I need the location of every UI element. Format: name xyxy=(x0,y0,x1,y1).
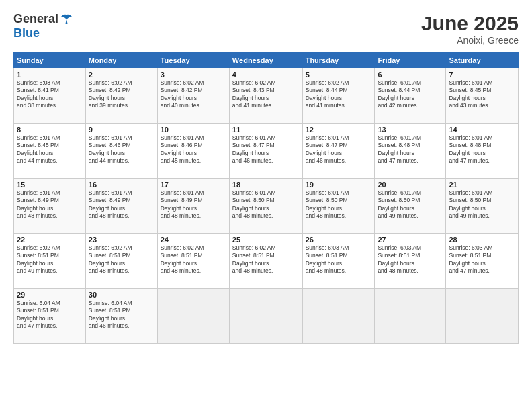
table-cell: 9 Sunrise: 6:01 AM Sunset: 8:46 PM Dayli… xyxy=(85,124,157,179)
table-cell: 22 Sunrise: 6:02 AM Sunset: 8:51 PM Dayl… xyxy=(14,234,86,289)
table-cell xyxy=(229,289,302,344)
header-friday: Friday xyxy=(375,53,446,68)
logo-general-text: General xyxy=(13,12,58,26)
table-cell: 27 Sunrise: 6:03 AM Sunset: 8:51 PM Dayl… xyxy=(375,234,446,289)
table-cell: 8 Sunrise: 6:01 AM Sunset: 8:45 PM Dayli… xyxy=(14,124,86,179)
day-number: 4 xyxy=(232,71,300,79)
day-info: Sunrise: 6:01 AM Sunset: 8:46 PM Dayligh… xyxy=(161,134,226,165)
calendar-location: Anoixi, Greece xyxy=(421,35,519,46)
header: General Blue June 2025 Anoixi, Greece xyxy=(13,12,519,46)
day-info: Sunrise: 6:03 AM Sunset: 8:51 PM Dayligh… xyxy=(449,244,515,275)
day-info: Sunrise: 6:03 AM Sunset: 8:51 PM Dayligh… xyxy=(378,244,443,275)
table-cell: 13 Sunrise: 6:01 AM Sunset: 8:48 PM Dayl… xyxy=(375,124,446,179)
day-info: Sunrise: 6:03 AM Sunset: 8:41 PM Dayligh… xyxy=(17,79,83,110)
day-info: Sunrise: 6:01 AM Sunset: 8:46 PM Dayligh… xyxy=(89,134,154,165)
day-number: 7 xyxy=(449,71,515,79)
day-number: 22 xyxy=(17,236,83,244)
table-cell: 4 Sunrise: 6:02 AM Sunset: 8:43 PM Dayli… xyxy=(229,68,302,124)
table-cell xyxy=(446,289,519,344)
table-cell: 28 Sunrise: 6:03 AM Sunset: 8:51 PM Dayl… xyxy=(446,234,519,289)
day-info: Sunrise: 6:01 AM Sunset: 8:50 PM Dayligh… xyxy=(449,189,515,220)
day-info: Sunrise: 6:02 AM Sunset: 8:51 PM Dayligh… xyxy=(17,244,83,275)
day-number: 18 xyxy=(232,181,300,189)
table-cell: 30 Sunrise: 6:04 AM Sunset: 8:51 PM Dayl… xyxy=(85,289,157,344)
day-info: Sunrise: 6:04 AM Sunset: 8:51 PM Dayligh… xyxy=(89,300,154,330)
day-number: 11 xyxy=(232,126,300,134)
header-thursday: Thursday xyxy=(302,53,375,68)
day-number: 13 xyxy=(378,126,443,134)
table-cell xyxy=(375,289,446,344)
table-cell: 5 Sunrise: 6:02 AM Sunset: 8:44 PM Dayli… xyxy=(302,68,375,124)
day-info: Sunrise: 6:01 AM Sunset: 8:49 PM Dayligh… xyxy=(17,189,83,220)
day-number: 20 xyxy=(378,181,443,189)
table-cell: 20 Sunrise: 6:01 AM Sunset: 8:50 PM Dayl… xyxy=(375,179,446,234)
logo-blue-text: Blue xyxy=(13,26,40,40)
day-info: Sunrise: 6:01 AM Sunset: 8:44 PM Dayligh… xyxy=(378,79,443,110)
day-number: 12 xyxy=(306,126,372,134)
table-cell: 26 Sunrise: 6:03 AM Sunset: 8:51 PM Dayl… xyxy=(302,234,375,289)
table-cell: 21 Sunrise: 6:01 AM Sunset: 8:50 PM Dayl… xyxy=(446,179,519,234)
header-monday: Monday xyxy=(85,53,157,68)
logo: General Blue xyxy=(13,12,73,40)
weekday-header-row: Sunday Monday Tuesday Wednesday Thursday… xyxy=(14,53,519,68)
table-cell: 2 Sunrise: 6:02 AM Sunset: 8:42 PM Dayli… xyxy=(85,68,157,124)
day-number: 23 xyxy=(89,236,154,244)
table-cell: 14 Sunrise: 6:01 AM Sunset: 8:48 PM Dayl… xyxy=(446,124,519,179)
day-info: Sunrise: 6:01 AM Sunset: 8:48 PM Dayligh… xyxy=(378,134,443,165)
day-number: 8 xyxy=(17,126,83,134)
day-info: Sunrise: 6:02 AM Sunset: 8:42 PM Dayligh… xyxy=(89,79,154,110)
table-cell: 23 Sunrise: 6:02 AM Sunset: 8:51 PM Dayl… xyxy=(85,234,157,289)
day-info: Sunrise: 6:02 AM Sunset: 8:42 PM Dayligh… xyxy=(161,79,226,110)
table-cell: 7 Sunrise: 6:01 AM Sunset: 8:45 PM Dayli… xyxy=(446,68,519,124)
table-cell: 10 Sunrise: 6:01 AM Sunset: 8:46 PM Dayl… xyxy=(157,124,229,179)
day-number: 28 xyxy=(449,236,515,244)
day-number: 6 xyxy=(378,71,443,79)
day-number: 29 xyxy=(17,291,83,299)
table-cell xyxy=(157,289,229,344)
day-number: 30 xyxy=(89,291,154,299)
header-tuesday: Tuesday xyxy=(157,53,229,68)
day-info: Sunrise: 6:02 AM Sunset: 8:51 PM Dayligh… xyxy=(161,244,226,275)
day-info: Sunrise: 6:01 AM Sunset: 8:49 PM Dayligh… xyxy=(161,189,226,220)
day-info: Sunrise: 6:02 AM Sunset: 8:43 PM Dayligh… xyxy=(232,79,300,110)
day-number: 21 xyxy=(449,181,515,189)
day-info: Sunrise: 6:01 AM Sunset: 8:49 PM Dayligh… xyxy=(89,189,154,220)
day-number: 3 xyxy=(161,71,226,79)
day-info: Sunrise: 6:01 AM Sunset: 8:50 PM Dayligh… xyxy=(306,189,372,220)
calendar-table: Sunday Monday Tuesday Wednesday Thursday… xyxy=(13,52,519,344)
day-number: 2 xyxy=(89,71,154,79)
table-cell: 11 Sunrise: 6:01 AM Sunset: 8:47 PM Dayl… xyxy=(229,124,302,179)
table-cell: 6 Sunrise: 6:01 AM Sunset: 8:44 PM Dayli… xyxy=(375,68,446,124)
day-number: 9 xyxy=(89,126,154,134)
table-cell: 24 Sunrise: 6:02 AM Sunset: 8:51 PM Dayl… xyxy=(157,234,229,289)
day-info: Sunrise: 6:02 AM Sunset: 8:51 PM Dayligh… xyxy=(89,244,154,275)
day-number: 25 xyxy=(232,236,300,244)
table-cell: 29 Sunrise: 6:04 AM Sunset: 8:51 PM Dayl… xyxy=(14,289,86,344)
table-cell: 18 Sunrise: 6:01 AM Sunset: 8:50 PM Dayl… xyxy=(229,179,302,234)
day-number: 17 xyxy=(161,181,226,189)
day-info: Sunrise: 6:01 AM Sunset: 8:50 PM Dayligh… xyxy=(232,189,300,220)
table-cell: 25 Sunrise: 6:02 AM Sunset: 8:51 PM Dayl… xyxy=(229,234,302,289)
day-number: 16 xyxy=(89,181,154,189)
day-number: 5 xyxy=(306,71,372,79)
table-cell: 3 Sunrise: 6:02 AM Sunset: 8:42 PM Dayli… xyxy=(157,68,229,124)
day-info: Sunrise: 6:02 AM Sunset: 8:51 PM Dayligh… xyxy=(232,244,300,275)
day-info: Sunrise: 6:01 AM Sunset: 8:47 PM Dayligh… xyxy=(306,134,372,165)
calendar-title: June 2025 xyxy=(421,12,519,35)
logo-bird-icon xyxy=(60,13,73,26)
day-info: Sunrise: 6:03 AM Sunset: 8:51 PM Dayligh… xyxy=(306,244,372,275)
day-info: Sunrise: 6:01 AM Sunset: 8:50 PM Dayligh… xyxy=(378,189,443,220)
table-cell: 12 Sunrise: 6:01 AM Sunset: 8:47 PM Dayl… xyxy=(302,124,375,179)
table-cell: 19 Sunrise: 6:01 AM Sunset: 8:50 PM Dayl… xyxy=(302,179,375,234)
day-info: Sunrise: 6:01 AM Sunset: 8:45 PM Dayligh… xyxy=(449,79,515,110)
day-number: 15 xyxy=(17,181,83,189)
header-sunday: Sunday xyxy=(14,53,86,68)
day-number: 27 xyxy=(378,236,443,244)
day-number: 24 xyxy=(161,236,226,244)
header-wednesday: Wednesday xyxy=(229,53,302,68)
day-info: Sunrise: 6:01 AM Sunset: 8:48 PM Dayligh… xyxy=(449,134,515,165)
title-block: June 2025 Anoixi, Greece xyxy=(421,12,519,46)
table-cell: 1 Sunrise: 6:03 AM Sunset: 8:41 PM Dayli… xyxy=(14,68,86,124)
page: General Blue June 2025 Anoixi, Greece Su… xyxy=(0,0,532,411)
table-cell: 15 Sunrise: 6:01 AM Sunset: 8:49 PM Dayl… xyxy=(14,179,86,234)
